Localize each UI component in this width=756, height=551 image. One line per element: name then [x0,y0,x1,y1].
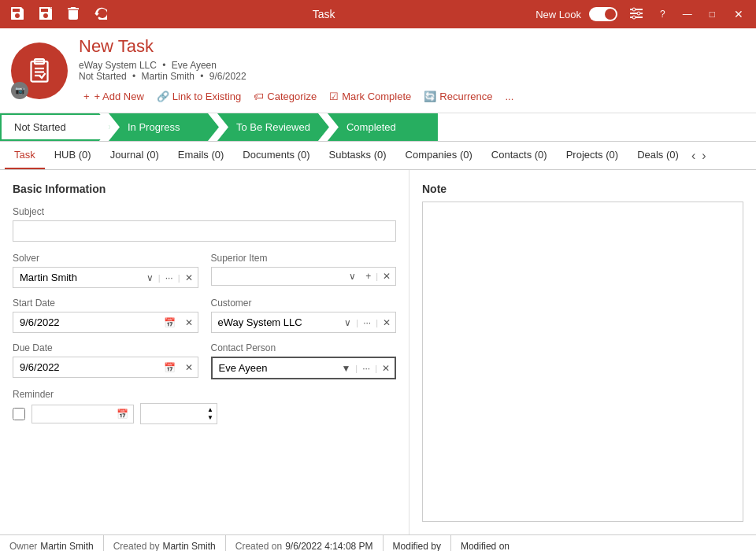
footer-modified-on: Modified on [451,535,519,551]
new-look-toggle[interactable] [589,7,617,21]
svg-rect-9 [35,59,44,64]
tab-deals[interactable]: Deals (0) [628,142,688,169]
status-to-be-reviewed-label: To Be Reviewed [236,121,310,133]
tab-projects[interactable]: Projects (0) [557,142,628,169]
solver-dropdown-btn[interactable]: ∨ [142,269,158,287]
contact-more-btn[interactable]: ··· [358,360,375,377]
reminder-group: Reminder 📅 ▲ ▼ [13,389,396,424]
start-date-clear-btn[interactable]: ✕ [180,314,198,331]
add-new-btn[interactable]: + + Add New [79,88,149,105]
tab-subtasks[interactable]: Subtasks (0) [320,142,396,169]
start-date-calendar-btn[interactable]: 📅 [159,314,180,331]
help-btn[interactable]: ? [655,7,670,21]
settings-icon-btn[interactable] [625,6,647,24]
footer-owner: Owner Martin Smith [0,535,104,551]
reminder-row: 📅 ▲ ▼ [13,403,396,424]
tab-next-btn[interactable]: › [699,142,709,169]
delete-btn[interactable] [63,6,83,24]
svg-point-6 [632,16,636,19]
tab-prev-btn[interactable]: ‹ [688,142,699,169]
svg-rect-2 [630,13,643,14]
tab-companies[interactable]: Companies (0) [396,142,482,169]
contact-person-value: Eve Ayeen [213,358,337,378]
status-bar: Not Started In Progress To Be Reviewed C… [0,113,756,142]
start-date-value: 9/6/2022 [13,312,159,332]
superior-item-field: ∨ + | ✕ [211,267,397,286]
tab-task[interactable]: Task [5,142,45,169]
due-date-calendar-btn[interactable]: 📅 [159,359,180,376]
status-not-started-label: Not Started [14,121,66,133]
contact-dropdown-btn[interactable]: ▼ [336,360,355,377]
save-close-btn[interactable] [35,6,57,24]
due-date-label: Due Date [13,342,198,353]
categorize-btn[interactable]: 🏷 Categorize [249,88,321,105]
status-in-progress[interactable]: In Progress [109,113,219,141]
status-completed[interactable]: Completed [328,113,438,141]
tab-emails[interactable]: Emails (0) [169,142,234,169]
minimize-btn[interactable]: — [678,7,697,21]
refresh-btn[interactable] [90,6,112,24]
tab-hub[interactable]: HUB (0) [45,142,101,169]
title-bar: Task New Look ? — □ ✕ [0,0,756,28]
tabs-bar: Task HUB (0) Journal (0) Emails (0) Docu… [0,142,756,170]
superior-item-col: Superior Item ∨ + | ✕ [211,253,397,288]
reminder-calendar-btn[interactable]: 📅 [112,405,133,423]
svg-point-5 [637,12,640,15]
main-content: Basic Information Subject Solver Martin … [0,170,756,534]
reminder-checkbox[interactable] [13,408,25,420]
link-to-existing-btn[interactable]: 🔗 Link to Existing [152,88,246,105]
header-section: 📷 New Task eWay System LLC • Eve Ayeen N… [0,28,756,113]
contact-clear-btn[interactable]: ✕ [377,360,395,377]
header-info: New Task eWay System LLC • Eve Ayeen Not… [79,36,745,105]
subject-input[interactable] [13,220,396,242]
modified-on-label: Modified on [461,541,510,552]
superior-clear-btn[interactable]: ✕ [378,268,395,285]
solver-more-btn[interactable]: ··· [161,269,178,287]
time-up-btn[interactable]: ▲ [204,406,217,414]
solver-field: Martin Smith ∨ | ··· | ✕ [13,267,198,288]
solver-superior-row: Solver Martin Smith ∨ | ··· | ✕ Superior… [13,253,396,288]
tab-contacts[interactable]: Contacts (0) [482,142,557,169]
more-btn[interactable]: ... [501,88,519,105]
close-btn[interactable]: ✕ [728,6,750,22]
modified-by-label: Modified by [393,541,441,552]
created-on-label: Created on [235,541,282,552]
reminder-date-value [32,410,112,418]
header-meta: eWay System LLC • Eve Ayeen Not Started … [79,60,745,82]
customer-field: eWay System LLC ∨ | ··· | ✕ [211,312,397,333]
tag-icon: 🏷 [254,91,264,102]
status-to-be-reviewed[interactable]: To Be Reviewed [217,113,329,141]
duedate-contact-row: Due Date 9/6/2022 📅 ✕ Contact Person Eve… [13,342,396,379]
customer-clear-btn[interactable]: ✕ [378,314,395,331]
plus-icon: + [83,91,90,102]
note-textarea[interactable] [422,202,743,522]
customer-value: eWay System LLC [212,312,340,332]
due-date-value: 9/6/2022 [13,357,159,377]
title-bar-title: Task [313,8,335,20]
due-date-clear-btn[interactable]: ✕ [180,359,198,376]
camera-icon[interactable]: 📷 [11,82,28,99]
solver-label: Solver [13,253,198,264]
time-down-btn[interactable]: ▼ [204,414,217,422]
header-actions: + + Add New 🔗 Link to Existing 🏷 Categor… [79,88,745,105]
recurrence-btn[interactable]: 🔄 Recurrence [419,88,497,105]
created-by-label: Created by [113,541,160,552]
superior-add-btn[interactable]: + [361,268,376,285]
save-icon-btn[interactable] [6,6,28,24]
customer-label: Customer [211,298,397,309]
customer-more-btn[interactable]: ··· [358,314,376,331]
tab-journal[interactable]: Journal (0) [101,142,169,169]
svg-rect-3 [630,17,643,18]
superior-item-label: Superior Item [211,253,397,264]
reminder-time-input[interactable] [141,404,204,423]
status-not-started[interactable]: Not Started [0,113,110,141]
mark-complete-btn[interactable]: ☑ Mark Complete [324,88,416,105]
customer-dropdown-btn[interactable]: ∨ [339,314,356,331]
contact-person-col: Contact Person Eve Ayeen ▼ | ··· | ✕ [211,342,397,379]
maximize-btn[interactable]: □ [705,7,720,21]
tab-documents[interactable]: Documents (0) [233,142,319,169]
superior-dropdown-btn[interactable]: ∨ [344,268,361,285]
solver-clear-btn[interactable]: ✕ [180,269,198,287]
title-bar-right: New Look ? — □ ✕ [536,6,750,24]
owner-value: Martin Smith [40,541,93,552]
